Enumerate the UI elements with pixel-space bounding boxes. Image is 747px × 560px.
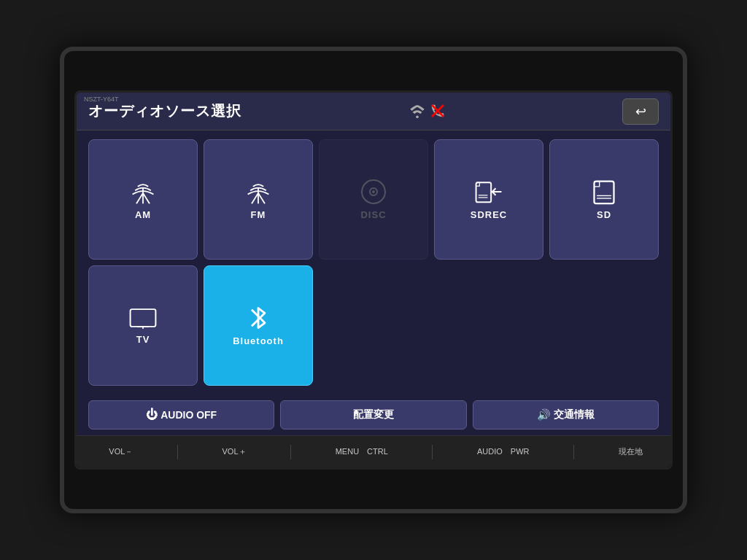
sdrec-icon <box>475 179 503 205</box>
vol-plus-button[interactable]: VOL＋ <box>217 443 252 460</box>
sd-button[interactable]: SD <box>549 139 659 260</box>
traffic-label: 交通情報 <box>554 408 595 421</box>
controls-bar: VOL－ VOL＋ MENU CTRL AUDIO PWR 現在地 <box>77 435 673 467</box>
svg-point-11 <box>372 190 375 193</box>
svg-rect-16 <box>595 182 614 204</box>
audio-pwr-button[interactable]: AUDIO PWR <box>471 443 535 460</box>
screen-title: オーディオソース選択 <box>88 101 241 121</box>
bottom-bar: ⏻ AUDIO OFF 配置変更 🔊 交通情報 <box>77 394 670 435</box>
audio-off-button[interactable]: ⏻ AUDIO OFF <box>88 400 274 429</box>
phone-status-icon <box>430 103 447 120</box>
wifi-icon <box>409 104 425 120</box>
divider <box>177 445 178 459</box>
screen: NSZT-Y64T オーディオソース選択 <box>77 93 670 435</box>
svg-line-5 <box>143 193 150 203</box>
sd-label: SD <box>597 209 611 220</box>
svg-rect-12 <box>476 182 492 202</box>
tv-icon <box>129 306 157 330</box>
bluetooth-button[interactable]: Bluetooth <box>204 265 313 386</box>
fm-label: FM <box>251 209 266 220</box>
speaker-icon: 🔊 <box>537 408 551 421</box>
sd-icon <box>592 179 616 205</box>
sdrec-label: SDREC <box>471 209 508 220</box>
source-grid: AM FM <box>77 131 670 394</box>
header: オーディオソース選択 <box>77 93 670 131</box>
divider <box>432 445 433 459</box>
disc-label: DISC <box>360 209 386 220</box>
disc-icon <box>360 179 387 205</box>
current-location-label: 現在地 <box>619 446 643 457</box>
disc-button: DISC <box>319 139 428 260</box>
menu-button[interactable]: MENU CTRL <box>330 443 394 460</box>
vol-minus-label: VOL－ <box>109 446 133 457</box>
vol-plus-label: VOL＋ <box>222 446 247 457</box>
audio-off-label: AUDIO OFF <box>160 409 217 421</box>
am-label: AM <box>135 209 151 220</box>
status-area <box>409 103 447 120</box>
audio-pwr-label: AUDIO PWR <box>477 446 530 457</box>
fm-tower-icon <box>245 179 271 205</box>
fm-button[interactable]: FM <box>204 139 313 260</box>
car-unit: NSZT-Y64T オーディオソース選択 <box>60 47 687 513</box>
svg-line-4 <box>136 193 143 203</box>
svg-line-8 <box>258 193 265 203</box>
bluetooth-label: Bluetooth <box>233 335 284 346</box>
current-location-button[interactable]: 現在地 <box>613 443 649 460</box>
rearrange-button[interactable]: 配置変更 <box>280 400 466 429</box>
divider <box>573 445 574 459</box>
svg-line-7 <box>252 193 258 203</box>
model-label: NSZT-Y64T <box>84 96 119 103</box>
vol-minus-button[interactable]: VOL－ <box>103 443 139 460</box>
am-tower-icon <box>130 179 156 205</box>
rearrange-label: 配置変更 <box>353 408 394 421</box>
sdrec-button[interactable]: SDREC <box>434 139 543 260</box>
back-button[interactable]: ↩ <box>622 98 659 125</box>
divider <box>290 445 291 459</box>
am-button[interactable]: AM <box>88 139 198 260</box>
svg-rect-19 <box>131 309 156 327</box>
tv-button[interactable]: TV <box>88 265 198 386</box>
traffic-button[interactable]: 🔊 交通情報 <box>473 400 659 429</box>
bluetooth-icon <box>247 305 269 331</box>
svg-point-0 <box>416 115 419 118</box>
screen-outer: NSZT-Y64T オーディオソース選択 <box>74 90 673 470</box>
power-icon: ⏻ <box>146 408 158 421</box>
tv-label: TV <box>136 334 150 345</box>
menu-label: MENU CTRL <box>336 446 388 457</box>
